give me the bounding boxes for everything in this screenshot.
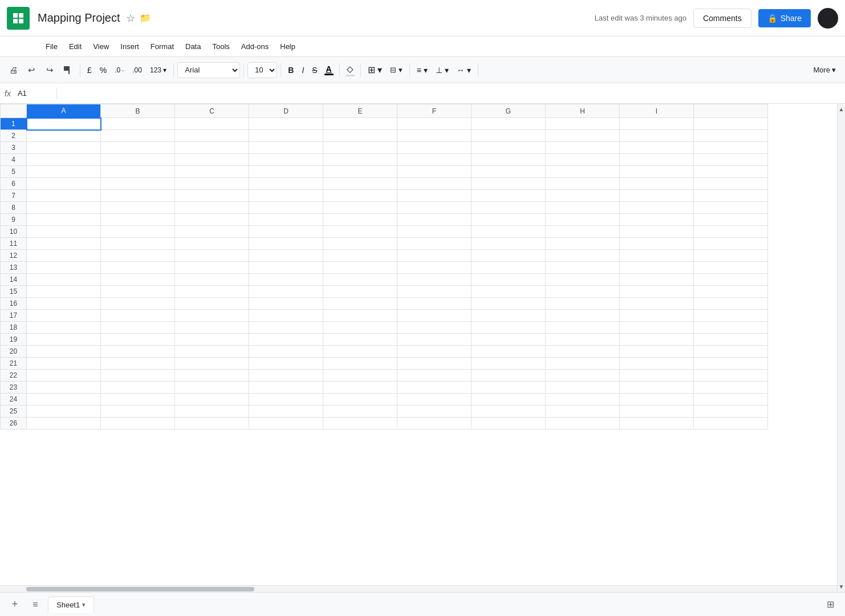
cell[interactable] bbox=[397, 310, 472, 322]
cell[interactable] bbox=[101, 286, 175, 298]
cell[interactable] bbox=[620, 214, 694, 226]
row-header-8[interactable]: 8 bbox=[1, 202, 27, 214]
cell[interactable] bbox=[472, 214, 546, 226]
col-header-F[interactable]: F bbox=[397, 104, 472, 118]
right-scrollbar[interactable]: ▲ ▼ bbox=[837, 104, 845, 592]
cell[interactable] bbox=[27, 202, 101, 214]
scroll-down-arrow[interactable]: ▼ bbox=[839, 581, 844, 592]
cell[interactable] bbox=[101, 334, 175, 346]
row-header-4[interactable]: 4 bbox=[1, 154, 27, 166]
menu-tools[interactable]: Tools bbox=[206, 40, 235, 53]
cell[interactable] bbox=[323, 190, 397, 202]
cell[interactable] bbox=[249, 202, 323, 214]
cell[interactable] bbox=[694, 346, 768, 358]
cell[interactable] bbox=[101, 178, 175, 190]
cell[interactable] bbox=[175, 382, 249, 394]
row-header-3[interactable]: 3 bbox=[1, 142, 27, 154]
cell[interactable] bbox=[175, 298, 249, 310]
cell[interactable] bbox=[101, 118, 175, 130]
cell[interactable] bbox=[175, 334, 249, 346]
cell[interactable] bbox=[472, 118, 546, 130]
cell[interactable] bbox=[101, 382, 175, 394]
cell[interactable] bbox=[27, 214, 101, 226]
cell[interactable] bbox=[546, 226, 620, 238]
cell[interactable] bbox=[620, 286, 694, 298]
cell[interactable] bbox=[397, 286, 472, 298]
cell[interactable] bbox=[694, 142, 768, 154]
cell[interactable] bbox=[101, 322, 175, 334]
comments-button[interactable]: Comments bbox=[693, 9, 751, 28]
cell[interactable] bbox=[620, 358, 694, 370]
cell[interactable] bbox=[27, 346, 101, 358]
cell[interactable] bbox=[323, 394, 397, 406]
cell[interactable] bbox=[546, 274, 620, 286]
cell[interactable] bbox=[694, 286, 768, 298]
col-header-D[interactable]: D bbox=[249, 104, 323, 118]
cell[interactable] bbox=[694, 394, 768, 406]
cell[interactable] bbox=[397, 142, 472, 154]
decimal-more-button[interactable]: .00 bbox=[129, 62, 145, 78]
cell[interactable] bbox=[620, 238, 694, 250]
cell[interactable] bbox=[101, 406, 175, 418]
cell-ref-input[interactable] bbox=[18, 89, 52, 98]
cell[interactable] bbox=[694, 238, 768, 250]
menu-help[interactable]: Help bbox=[274, 40, 301, 53]
cell[interactable] bbox=[249, 118, 323, 130]
cell[interactable] bbox=[694, 130, 768, 142]
cell[interactable] bbox=[27, 118, 101, 130]
cell[interactable] bbox=[27, 190, 101, 202]
wrap-button[interactable]: ↔ ▾ bbox=[453, 62, 474, 78]
menu-addons[interactable]: Add-ons bbox=[235, 40, 274, 53]
cell[interactable] bbox=[397, 418, 472, 429]
cell[interactable] bbox=[175, 262, 249, 274]
cell[interactable] bbox=[101, 418, 175, 429]
merge-button[interactable]: ⊟ ▾ bbox=[387, 62, 406, 78]
cell[interactable] bbox=[397, 346, 472, 358]
cell[interactable] bbox=[620, 334, 694, 346]
strikethrough-button[interactable]: S bbox=[308, 62, 320, 78]
cell[interactable] bbox=[472, 394, 546, 406]
cell[interactable] bbox=[620, 298, 694, 310]
cell[interactable] bbox=[694, 118, 768, 130]
cell[interactable] bbox=[472, 406, 546, 418]
cell[interactable] bbox=[546, 298, 620, 310]
cell[interactable] bbox=[546, 334, 620, 346]
cell[interactable] bbox=[620, 202, 694, 214]
cell[interactable] bbox=[546, 262, 620, 274]
cell[interactable] bbox=[249, 394, 323, 406]
cell[interactable] bbox=[175, 358, 249, 370]
row-header-17[interactable]: 17 bbox=[1, 310, 27, 322]
cell[interactable] bbox=[620, 406, 694, 418]
cell[interactable] bbox=[249, 178, 323, 190]
cell[interactable] bbox=[694, 358, 768, 370]
cell[interactable] bbox=[249, 166, 323, 178]
cell[interactable] bbox=[27, 394, 101, 406]
cell[interactable] bbox=[249, 418, 323, 429]
cell[interactable] bbox=[249, 286, 323, 298]
cell[interactable] bbox=[620, 322, 694, 334]
formula-input[interactable] bbox=[62, 89, 840, 98]
cell[interactable] bbox=[249, 154, 323, 166]
cell[interactable] bbox=[546, 154, 620, 166]
row-header-22[interactable]: 22 bbox=[1, 370, 27, 382]
cell[interactable] bbox=[27, 262, 101, 274]
cell[interactable] bbox=[620, 190, 694, 202]
add-sheet-button[interactable]: + bbox=[7, 597, 23, 613]
cell[interactable] bbox=[27, 178, 101, 190]
cell[interactable] bbox=[472, 346, 546, 358]
cell[interactable] bbox=[472, 130, 546, 142]
cell[interactable] bbox=[472, 334, 546, 346]
cell[interactable] bbox=[175, 286, 249, 298]
cell[interactable] bbox=[472, 238, 546, 250]
cell[interactable] bbox=[323, 118, 397, 130]
col-header-A[interactable]: A bbox=[27, 104, 101, 118]
cell[interactable] bbox=[472, 226, 546, 238]
cell[interactable] bbox=[620, 310, 694, 322]
cell[interactable] bbox=[546, 394, 620, 406]
cell[interactable] bbox=[249, 250, 323, 262]
cell[interactable] bbox=[620, 178, 694, 190]
cell[interactable] bbox=[323, 178, 397, 190]
row-header-9[interactable]: 9 bbox=[1, 214, 27, 226]
fill-color-button[interactable]: ◇ bbox=[343, 62, 357, 79]
cell[interactable] bbox=[397, 262, 472, 274]
